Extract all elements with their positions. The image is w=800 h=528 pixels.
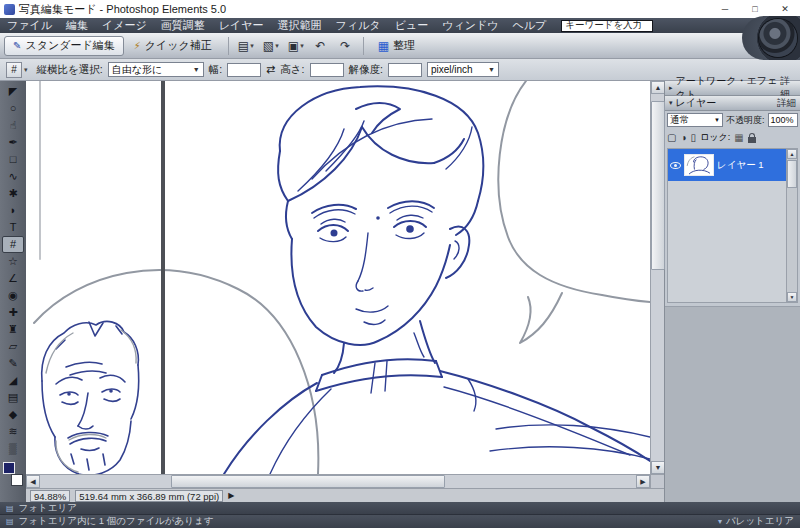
horizontal-scroll-track[interactable] — [40, 475, 636, 488]
menu-enhance[interactable]: 画質調整 — [154, 18, 212, 33]
marquee-tool[interactable]: □ — [2, 151, 24, 168]
photo-bin-header[interactable]: ▤ フォトエリア — [0, 502, 800, 515]
opacity-input[interactable]: 100% — [768, 113, 798, 127]
layer-thumbnail[interactable] — [684, 154, 714, 176]
type-tool[interactable]: T — [2, 219, 24, 236]
menu-file[interactable]: ファイル — [0, 18, 59, 33]
tool-icon: ◆ — [9, 409, 17, 420]
photo-bin-icon: ▤ — [6, 504, 14, 513]
shortcut-button-icon: ▧ — [263, 39, 274, 53]
tab-standard-edit[interactable]: ✎ スタンダード編集 — [4, 36, 124, 56]
menu-window[interactable]: ウィンドウ — [435, 18, 505, 33]
blur-tool[interactable]: ≋ — [2, 423, 24, 440]
eraser-tool[interactable]: ▱ — [2, 338, 24, 355]
photoshop-elements-window: 写真編集モード - Photoshop Elements 5.0 ─ □ ✕ フ… — [0, 0, 800, 528]
magic-wand-tool[interactable]: ✱ — [2, 185, 24, 202]
menu-edit[interactable]: 編集 — [59, 18, 95, 33]
gradient-tool[interactable]: ▤ — [2, 389, 24, 406]
new-adjustment-layer-icon[interactable]: ◑ — [680, 132, 686, 143]
background-color-swatch[interactable] — [11, 474, 23, 486]
shortcut-button-icon: ▣ — [288, 39, 299, 53]
tool-icon: ✎ — [8, 358, 17, 369]
menu-filter[interactable]: フィルタ — [329, 18, 388, 33]
lasso-tool[interactable]: ∿ — [2, 168, 24, 185]
delete-layer-icon[interactable]: ▯ — [691, 132, 697, 143]
scroll-up-arrow[interactable]: ▲ — [651, 81, 665, 94]
dropdown-arrow-icon: ▼ — [193, 66, 200, 73]
vertical-scrollbar[interactable]: ▲ ▼ — [650, 81, 664, 474]
eyedropper-tool[interactable]: ✒ — [2, 134, 24, 151]
artwork-effects-palette-header[interactable]: ▸ アートワーク・エフェクト 詳細 — [665, 81, 800, 96]
menu-view[interactable]: ビュー — [388, 18, 436, 33]
red-eye-tool[interactable]: ◉ — [2, 287, 24, 304]
healing-brush-tool[interactable]: ✚ — [2, 304, 24, 321]
palette-area-toggle[interactable]: ▾ パレットエリア — [718, 515, 794, 528]
lock-transparency-icon[interactable]: ▦ — [734, 132, 743, 143]
tab-quick-fix[interactable]: ⚡ クイック補正 — [126, 36, 220, 56]
foreground-color-swatch[interactable] — [3, 462, 15, 474]
scroll-down-arrow[interactable]: ▼ — [651, 461, 665, 474]
organize-button[interactable]: ▦ 整理 — [370, 36, 423, 56]
horizontal-scrollbar[interactable]: ◀ ▶ — [26, 474, 650, 488]
blend-mode-select[interactable]: 通常 ▼ — [667, 113, 723, 127]
tool-icon: ◉ — [8, 290, 18, 301]
brush-tool[interactable]: ✎ — [2, 355, 24, 372]
tool-icon: ∿ — [8, 171, 17, 182]
menu-image[interactable]: イメージ — [95, 18, 154, 33]
layers-scroll-down-icon[interactable]: ▼ — [787, 292, 797, 302]
redo-button[interactable]: ↷ — [335, 36, 357, 56]
print-button[interactable]: ▣ ▾ — [285, 36, 307, 56]
straighten-tool[interactable]: ∠ — [2, 270, 24, 287]
height-input[interactable] — [310, 63, 344, 77]
crop-tool[interactable]: # — [2, 236, 24, 253]
scroll-left-arrow[interactable]: ◀ — [26, 475, 40, 488]
pencil-icon: ✎ — [13, 40, 21, 51]
new-file-button[interactable]: ▤ ▾ — [235, 36, 257, 56]
shape-tool[interactable]: ◆ — [2, 406, 24, 423]
new-layer-icon[interactable]: ▢ — [667, 132, 676, 143]
menu-help[interactable]: ヘルプ — [505, 18, 553, 33]
minimize-button[interactable]: ─ — [710, 0, 740, 18]
status-info-arrow-icon[interactable]: ▶ — [228, 491, 234, 500]
layer-visibility-eye-icon[interactable] — [670, 162, 681, 169]
cookie-cutter-tool[interactable]: ☆ — [2, 253, 24, 270]
swap-dimensions-icon[interactable]: ⇄ — [266, 63, 275, 76]
window-title: 写真編集モード - Photoshop Elements 5.0 — [19, 2, 226, 17]
grid-icon: ▦ — [378, 39, 389, 53]
layers-palette-header[interactable]: ▾ レイヤー 詳細 — [665, 96, 800, 111]
tool-icon: ◢ — [9, 375, 17, 386]
lock-all-icon[interactable] — [748, 137, 756, 143]
keyword-search-input[interactable] — [561, 20, 653, 32]
menu-layer[interactable]: レイヤー — [212, 18, 271, 33]
open-button[interactable]: ▧ ▾ — [260, 36, 282, 56]
resolution-input[interactable] — [388, 63, 422, 77]
tool-preset-picker[interactable]: # ▾ — [6, 62, 28, 78]
paint-bucket-tool[interactable]: ◢ — [2, 372, 24, 389]
scroll-right-arrow[interactable]: ▶ — [636, 475, 650, 488]
aspect-ratio-select[interactable]: 自由な形に ▼ — [108, 62, 204, 77]
undo-button[interactable]: ↶ — [310, 36, 332, 56]
width-input[interactable] — [227, 63, 261, 77]
layers-scrollbar[interactable]: ▲ ▼ — [786, 149, 797, 302]
layers-details-link[interactable]: 詳細 — [777, 97, 796, 110]
vertical-scroll-thumb[interactable] — [651, 101, 665, 270]
hand-tool[interactable]: ☝ — [2, 117, 24, 134]
layer-row-layer1[interactable]: レイヤー 1 — [668, 149, 786, 181]
resolution-unit-value: pixel/inch — [431, 64, 473, 75]
move-tool[interactable]: ◤ — [2, 83, 24, 100]
resolution-unit-select[interactable]: pixel/inch ▼ — [427, 62, 499, 77]
vertical-scroll-track[interactable] — [651, 94, 664, 461]
selection-brush-tool[interactable]: ◗ — [2, 202, 24, 219]
sponge-tool[interactable]: ▒ — [2, 440, 24, 457]
clone-stamp-tool[interactable]: ♜ — [2, 321, 24, 338]
horizontal-scroll-thumb[interactable] — [171, 475, 445, 488]
layers-scroll-thumb[interactable] — [787, 160, 797, 188]
opacity-label: 不透明度: — [726, 114, 765, 127]
zoom-tool[interactable]: ○ — [2, 100, 24, 117]
document-canvas[interactable] — [26, 81, 650, 474]
photo-bin-status-row: ▤ フォトエリア内に 1 個のファイルがあります ▾ パレットエリア — [0, 515, 800, 528]
menu-select[interactable]: 選択範囲 — [271, 18, 329, 33]
canvas-artwork[interactable] — [26, 81, 650, 474]
layers-scroll-up-icon[interactable]: ▲ — [787, 149, 797, 159]
zoom-level[interactable]: 94.88% — [30, 490, 70, 502]
